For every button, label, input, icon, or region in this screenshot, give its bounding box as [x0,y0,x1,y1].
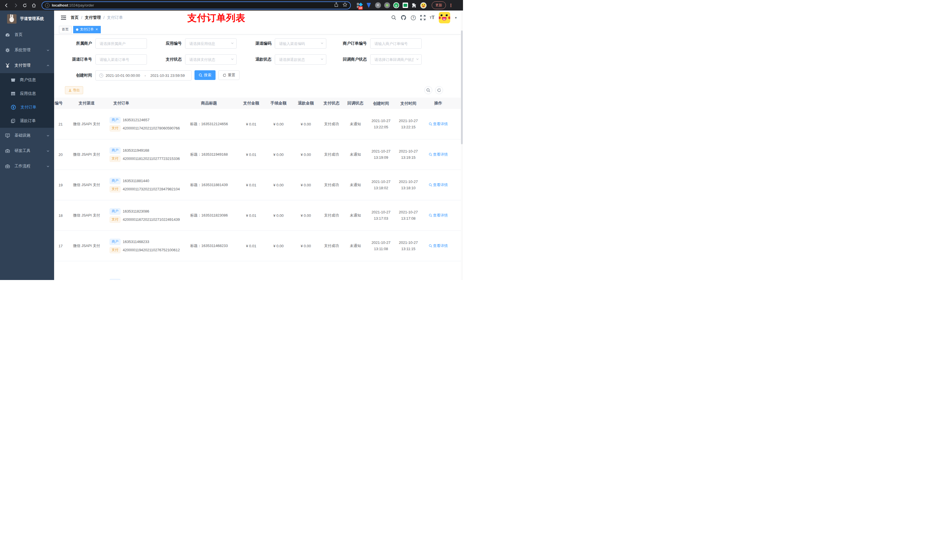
search-icon [429,122,432,126]
notify-status-filter-select[interactable] [370,54,422,65]
browser-reload-icon[interactable] [21,2,29,9]
refresh-table-button[interactable] [435,86,443,94]
breadcrumb-home[interactable]: 首页 [71,15,79,20]
browser-update-button[interactable]: 更新 [432,2,446,9]
cell-fee: ¥ 0.00 [265,183,292,187]
extension-blue-diamond-icon[interactable]: 10 [357,2,363,9]
view-detail-link[interactable]: 查看详情 [429,213,448,218]
refund-status-filter-select[interactable] [275,54,326,65]
profile-emoji-icon[interactable] [420,2,427,9]
chevron-down-icon [47,149,50,152]
cell-pay-time: 2021-10-2713:11:15 [395,240,422,252]
window-scrollbar[interactable] [461,11,463,280]
view-detail-link[interactable]: 查看详情 [429,152,448,157]
extension-green-dot-icon[interactable] [384,2,390,9]
avatar-caret-icon[interactable]: ▼ [454,16,457,20]
view-detail-link[interactable]: 查看详情 [429,183,448,187]
pay-order-no: 4200001167202110271022491439 [123,217,180,222]
sidebar-item-workflow[interactable]: 工作流程 [0,158,54,174]
font-size-icon[interactable]: TT [430,15,434,21]
sidebar-item-pay[interactable]: 支付管理 [0,58,54,73]
cell-fee: ¥ 0.00 [265,244,292,248]
pay-tag: 支付 [110,155,121,162]
cell-actions: 查看详情 [422,243,463,248]
export-button[interactable]: 导出 [65,86,83,94]
extension-badge: 10 [358,6,363,10]
sidebar-item-pay-order[interactable]: 支付订单 [0,100,54,114]
refresh-icon [223,73,226,77]
cell-actions: 查看详情 [422,122,463,127]
pay-order-no: 4200001174202110278060590766 [123,126,180,130]
sidebar-item-home[interactable]: 首页 [0,27,54,42]
date-start-value: 2021-10-01 00:00:00 [106,73,140,78]
breadcrumb-pay-manage[interactable]: 支付管理 [85,15,101,20]
cell-id: 21 [54,122,64,126]
github-icon[interactable] [401,15,406,21]
cell-refund: ¥ 0.00 [292,122,319,126]
view-detail-link[interactable]: 查看详情 [429,122,448,127]
search-button[interactable]: 搜索 [195,70,216,80]
sidebar-fold-icon[interactable] [59,15,68,20]
extension-y-icon[interactable]: y [393,2,399,9]
sidebar-item-refund-order[interactable]: 退款订单 [0,114,54,128]
scrollbar-thumb[interactable] [461,30,463,144]
toolbox-icon [5,148,10,153]
browser-forward-icon[interactable] [12,2,20,9]
sidebar-item-merchant-info[interactable]: 商户信息 [0,73,54,87]
col-pay-time: 支付时间 [395,100,422,106]
bookmark-star-icon[interactable] [342,2,347,8]
help-icon[interactable]: ? [411,15,416,21]
sidebar-item-app-info[interactable]: 应用信息 [0,87,54,100]
create-time-range-picker[interactable]: 2021-10-01 00:00:00 - 2021-10-31 23:59:5… [95,70,192,80]
merchant-filter-input[interactable] [95,38,147,49]
address-bar[interactable]: i localhost:1024/pay/order [42,2,351,9]
cell-status: 支付成功 [319,243,343,248]
merchant-order-no-filter-input[interactable] [370,38,422,49]
extensions-puzzle-icon[interactable] [411,2,418,9]
chevron-down-icon [47,134,50,137]
tag-pay-order[interactable]: 支付订单 ✕ [73,26,101,33]
refresh-icon [437,88,441,92]
reset-button[interactable]: 重置 [218,70,239,80]
extension-kite-icon[interactable] [366,2,372,9]
channel-code-filter-select[interactable] [275,38,326,49]
cell-status: 支付成功 [319,213,343,218]
app-filter-select[interactable] [185,38,237,49]
browser-home-icon[interactable] [30,2,38,9]
cell-pay-order: 商户 1635311949168 支付 42000011812021102777… [109,145,180,164]
navbar: 首页 / 支付管理 / 支付订单 支付订单列表 ? [54,11,463,25]
cell-actions: 查看详情 [422,213,463,218]
url-text[interactable]: localhost:1024/pay/order [52,3,332,8]
screen: i localhost:1024/pay/order 10 ⌘ y [0,0,463,280]
extension-chat-icon[interactable] [402,2,409,9]
clock-icon [99,73,103,78]
col-id: 编号 [54,101,64,106]
view-detail-link[interactable]: 查看详情 [429,243,448,248]
tag-home[interactable]: 首页 [59,26,71,33]
site-info-icon[interactable]: i [45,3,50,8]
sidebar-item-infra[interactable]: 基础设施 [0,128,54,143]
app-title: 芋道管理系统 [20,16,44,21]
share-icon[interactable] [334,2,339,8]
page-title-annotation: 支付订单列表 [188,12,245,24]
browser-back-icon[interactable] [3,2,10,9]
browser-menu-icon[interactable]: ⋮ [448,3,454,8]
channel-order-no-filter-input[interactable] [95,54,147,65]
cell-create-time: 2021-10-2713:18:02 [367,179,395,191]
pay-tag: 支付 [110,247,121,253]
merchant-order-no: 1635311949168 [123,148,149,152]
merchant-order-no: 1635311881440 [123,179,149,183]
sidebar-item-dev-tools[interactable]: 研发工具 [0,143,54,158]
pay-status-filter-select[interactable] [185,54,237,65]
cell-status: 支付成功 [319,152,343,157]
fullscreen-icon[interactable] [420,15,425,20]
cell-actions: 查看详情 [422,183,463,187]
sidebar-item-system[interactable]: 系统管理 [0,42,54,58]
header-search-icon[interactable] [391,15,396,20]
extension-command-icon[interactable]: ⌘ [375,2,381,9]
cell-pay-time: 2021-10-2713:19:15 [395,148,422,161]
toggle-search-button[interactable] [424,86,432,94]
cell-create-time: 2021-10-2713:11:08 [367,240,395,252]
user-avatar[interactable] [439,12,450,23]
tag-close-icon[interactable]: ✕ [95,27,98,31]
